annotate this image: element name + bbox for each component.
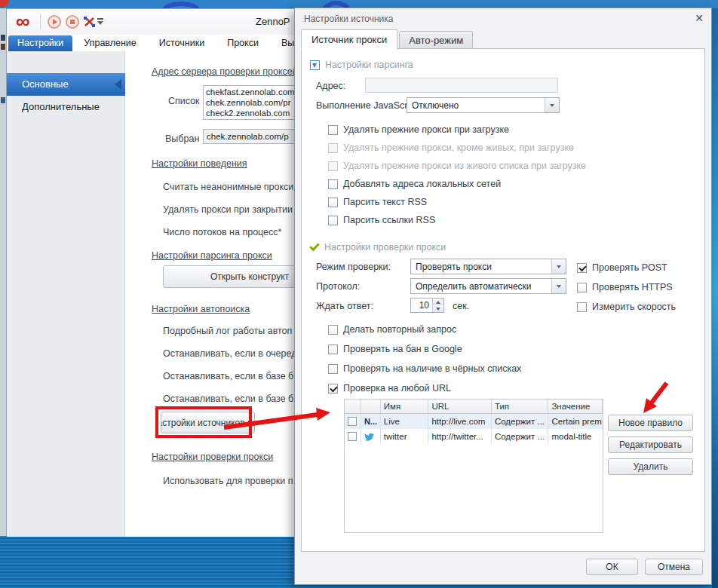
table-row[interactable]: N... Live http://live.com Содержит ... C… — [345, 414, 603, 429]
checkbox-measure-speed[interactable]: Измерить скорость — [577, 302, 676, 312]
tab-nastroyki[interactable]: Настройки — [8, 35, 72, 51]
selected-label: Выбран — [165, 133, 199, 144]
stop-icon[interactable] — [66, 15, 79, 29]
live-favicon: N... — [361, 414, 381, 429]
checkbox-google-ban[interactable]: Проверять на бан в Google — [328, 344, 462, 354]
header-type[interactable]: Тип — [492, 400, 549, 413]
check-mode-label: Режим проверки: — [316, 262, 391, 272]
tab-upravlenie[interactable]: Управление — [72, 35, 148, 51]
wait-seconds-stepper[interactable]: 10 — [410, 298, 444, 313]
autosearch-item: Подробный лог работы автоп — [163, 326, 292, 336]
annotation-highlight-rect — [155, 406, 252, 438]
autosearch-item: Останавливать, если в базе б — [163, 371, 293, 381]
desktop-left-strip — [0, 8, 6, 536]
behavior-item: Число потоков на процесс* — [163, 227, 281, 237]
checkbox-box — [577, 283, 587, 292]
sidebar-item-dopolnitelnye[interactable]: Дополнительные — [7, 98, 125, 116]
checkbox-remove-old-except-alive[interactable]: Удалять прежние прокси, кроме живых, при… — [328, 142, 574, 153]
wait-response-label: Ждать ответ: — [316, 301, 373, 311]
proxy-checking-header: Настройки проверки прокси — [152, 452, 273, 462]
row-checkbox[interactable] — [348, 417, 357, 426]
checkbox-label: Проверять на наличие в чёрных списках — [343, 363, 521, 374]
ok-button[interactable]: ОК — [586, 559, 638, 575]
row-checkbox[interactable] — [348, 432, 357, 441]
checkbox-check-any-url[interactable]: Проверка на любой URL — [328, 383, 451, 394]
checkbox-box — [577, 263, 587, 273]
delete-rule-button[interactable]: Удалить — [608, 458, 693, 475]
table-row[interactable]: twitter http://twitter... Содержит ... m… — [345, 429, 603, 444]
tab-proxy-source[interactable]: Источник прокси — [301, 29, 397, 50]
cancel-button[interactable]: Отмена — [645, 559, 703, 575]
checkbox-box — [328, 384, 338, 394]
autosearch-item: Останавливать, если в очеред — [163, 348, 296, 359]
checkbox-check-https[interactable]: Проверять HTTPS — [577, 282, 673, 292]
header-icon-col — [361, 400, 381, 413]
checkbox-blacklists[interactable]: Проверять на наличие в чёрных списках — [328, 363, 521, 374]
behavior-item: Удалять прокси при закрытии — [163, 204, 293, 215]
header-value[interactable]: Значение — [548, 400, 603, 413]
header-name[interactable]: Имя — [381, 400, 429, 413]
edit-rule-button[interactable]: Редактировать — [608, 436, 693, 453]
checkbox-parse-rss-text[interactable]: Парсить текст RSS — [328, 197, 427, 207]
desktop-icon — [1, 35, 5, 41]
toolbar-separator — [40, 14, 41, 29]
close-icon[interactable]: ✕ — [695, 12, 704, 24]
tab-istochniki[interactable]: Источники — [148, 35, 216, 51]
cell-url: http://live.com — [428, 414, 491, 429]
checkbox-label: Парсить текст RSS — [343, 197, 427, 207]
parsing-header-label: Настройки парсинга — [325, 60, 413, 70]
wait-seconds-value: 10 — [411, 299, 432, 312]
chevron-down-icon[interactable] — [551, 259, 566, 274]
address-label: Адрес: — [316, 81, 345, 91]
table-header: Имя URL Тип Значение — [345, 400, 603, 414]
play-icon[interactable] — [48, 15, 61, 29]
protocol-select[interactable]: Определить автоматически — [410, 278, 566, 294]
chevron-down-icon[interactable] — [545, 98, 559, 112]
js-execution-select[interactable]: Отключено — [407, 97, 560, 113]
settings-sidebar: Основные Дополнительные — [7, 51, 125, 537]
checkbox-box — [328, 216, 338, 225]
autosearch-item: Останавливать, если в базе б — [163, 394, 293, 404]
address-input[interactable] — [365, 78, 558, 93]
checking-header-label: Настройки проверки прокси — [324, 242, 446, 253]
cell-name: twitter — [381, 429, 429, 444]
behavior-item: Считать неанонимные прокси — [163, 182, 293, 192]
checkbox-remove-old-from-alive-list[interactable]: Удалять прежние прокси из живого списка … — [328, 161, 586, 171]
new-rule-button[interactable]: Новое правило — [608, 415, 693, 431]
check-mode-select[interactable]: Проверять прокси — [410, 259, 566, 274]
green-check-icon — [309, 240, 319, 251]
checkbox-check-post[interactable]: Проверять POST — [577, 262, 667, 273]
debug-tool-icon[interactable] — [84, 17, 96, 27]
checkbox-box — [328, 125, 338, 135]
source-settings-dialog: Настройки источника ✕ Источник прокси Ав… — [294, 8, 712, 585]
toolbar-overflow-icon[interactable] — [97, 18, 103, 25]
header-url[interactable]: URL — [428, 400, 491, 413]
checkbox-box — [328, 325, 338, 335]
sidebar-item-osnovnye[interactable]: Основные — [7, 73, 125, 96]
twitter-bird-icon — [361, 429, 381, 444]
checkbox-parse-rss-links[interactable]: Парсить ссылки RSS — [328, 215, 435, 225]
chevron-down-icon[interactable] — [551, 279, 566, 293]
checkbox-label: Удалять прежние прокси при загрузке — [343, 124, 509, 135]
behavior-header: Настройки поведения — [152, 158, 247, 169]
checkbox-repeat-request[interactable]: Делать повторный запрос — [328, 324, 456, 335]
cell-url: http://twitter... — [428, 429, 491, 444]
cell-type: Содержит ... — [492, 429, 549, 444]
checking-item: Использовать для проверки п — [163, 476, 293, 486]
protocol-value: Определить автоматически — [411, 281, 551, 292]
protocol-label: Протокол: — [316, 281, 360, 292]
stepper-arrows[interactable] — [432, 299, 443, 312]
list-label: Список — [168, 96, 200, 106]
wallpaper-doodle — [161, 2, 201, 8]
tab-auto-mode[interactable]: Авто-режим — [399, 31, 473, 50]
autosearch-header: Настройки автопоиска — [152, 304, 250, 314]
tab-proksi[interactable]: Прокси — [216, 35, 270, 51]
server-address-header: Адрес сервера проверки проксей — [152, 66, 298, 77]
dialog-tab-page: Настройки парсинга Адрес: Выполнение Jav… — [301, 48, 705, 552]
cell-value: Certain prem... — [548, 414, 603, 429]
checkbox-remove-old-on-load[interactable]: Удалять прежние прокси при загрузке — [328, 124, 509, 135]
parsing-icon — [310, 60, 320, 70]
checkbox-label: Добавлять адреса локальных сетей — [343, 179, 501, 189]
checkbox-box — [577, 302, 587, 312]
checkbox-add-local-addresses[interactable]: Добавлять адреса локальных сетей — [328, 179, 501, 189]
